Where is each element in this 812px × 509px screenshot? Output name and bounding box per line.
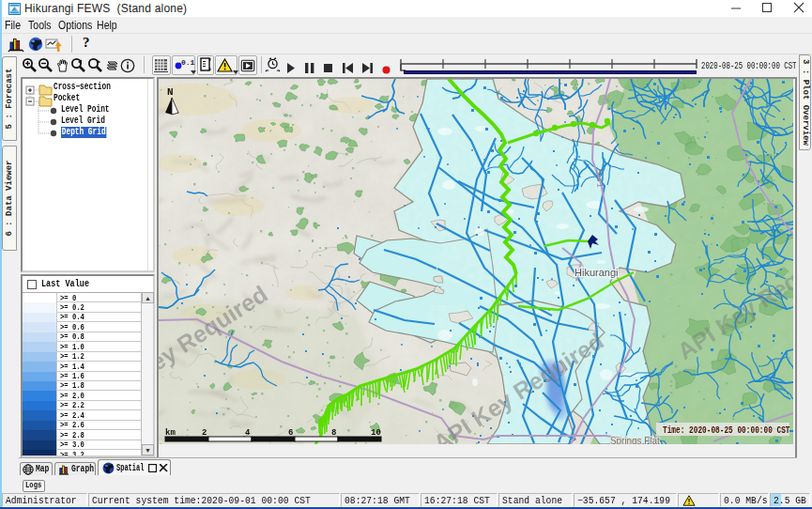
svg-text:Time: 2020-08-25 00:00:00 CST: Time: 2020-08-25 00:00:00 CST bbox=[663, 425, 790, 436]
svg-text:Springs Flat: Springs Flat bbox=[610, 436, 660, 444]
svg-text:SH 1: SH 1 bbox=[594, 168, 605, 188]
svg-text:N: N bbox=[167, 86, 174, 98]
svg-text:Hikurangi: Hikurangi bbox=[575, 267, 618, 278]
